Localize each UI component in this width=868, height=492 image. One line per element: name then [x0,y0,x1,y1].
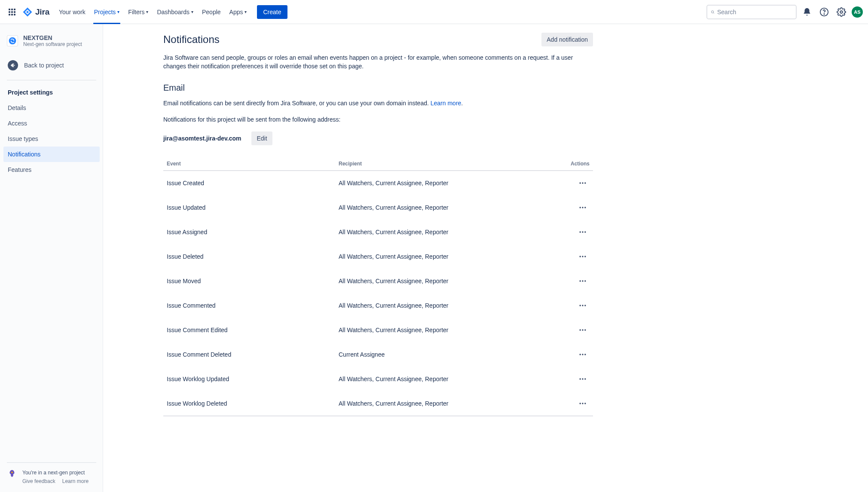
cell-actions [541,171,593,196]
svg-point-25 [582,305,583,306]
svg-point-31 [582,354,583,355]
bell-icon [802,7,812,17]
row-actions-button[interactable] [576,372,590,386]
project-header: NEXTGEN Next-gen software project [3,33,100,56]
sidebar-item-access[interactable]: Access [3,116,100,131]
cell-recipient: All Watchers, Current Assignee, Reporter [335,293,541,318]
nav-item-label: Projects [94,9,116,15]
search-input[interactable] [717,9,792,15]
back-arrow-icon [8,60,18,70]
svg-point-30 [580,354,581,355]
cell-event: Issue Assigned [163,220,335,244]
cell-recipient: All Watchers, Current Assignee, Reporter [335,244,541,269]
nav-item-people[interactable]: People [198,0,225,24]
settings-button[interactable] [834,5,848,19]
sidebar: NEXTGEN Next-gen software project Back t… [0,24,103,492]
footer-message: You're in a next-gen project [22,469,89,477]
search-icon [711,9,715,15]
cell-actions [541,367,593,391]
row-actions-button[interactable] [576,397,590,410]
cell-actions [541,391,593,416]
more-icon [578,228,587,236]
svg-point-13 [582,207,583,208]
svg-point-37 [582,403,583,404]
svg-point-26 [584,305,586,306]
row-actions-button[interactable] [576,348,590,361]
row-actions-button[interactable] [576,274,590,288]
sidebar-resizer[interactable] [102,24,103,492]
notifications-button[interactable] [800,5,814,19]
add-notification-button[interactable]: Add notification [541,33,593,46]
sidebar-items: DetailsAccessIssue typesNotificationsFea… [3,100,100,177]
row-actions-button[interactable] [576,250,590,263]
search-box[interactable] [706,5,797,19]
edit-email-button[interactable]: Edit [251,131,272,145]
nav-item-projects[interactable]: Projects▾ [90,0,124,24]
cell-actions [541,220,593,244]
table-row: Issue MovedAll Watchers, Current Assigne… [163,269,593,293]
help-button[interactable] [817,5,831,19]
user-avatar[interactable]: AS [852,6,863,18]
svg-point-3 [824,13,824,14]
refresh-icon [8,37,17,45]
sidebar-item-details[interactable]: Details [3,100,100,116]
svg-point-16 [582,232,583,233]
chevron-down-icon: ▾ [245,9,247,14]
page-title: Notifications [163,34,220,46]
app-switcher-icon [9,9,15,15]
row-actions-button[interactable] [576,323,590,337]
email-heading: Email [163,83,593,93]
project-name: NEXTGEN [23,34,82,41]
svg-point-8 [11,472,13,474]
more-icon [578,277,587,285]
project-text: NEXTGEN Next-gen software project [23,34,82,47]
project-icon [7,35,18,46]
project-subtitle: Next-gen software project [23,41,82,47]
row-actions-button[interactable] [576,176,590,190]
row-actions-button[interactable] [576,225,590,239]
back-to-project-link[interactable]: Back to project [3,56,100,75]
cell-actions [541,293,593,318]
more-icon [578,375,587,383]
cell-event: Issue Worklog Deleted [163,391,335,416]
email-address: jira@asomtest.jira-dev.com [163,135,241,142]
svg-point-4 [840,11,843,13]
sidebar-item-issue-types[interactable]: Issue types [3,131,100,147]
sidebar-item-notifications[interactable]: Notifications [3,147,100,162]
create-button[interactable]: Create [257,5,287,19]
jira-logo-text: Jira [35,7,49,17]
table-row: Issue AssignedAll Watchers, Current Assi… [163,220,593,244]
table-row: Issue Comment EditedAll Watchers, Curren… [163,318,593,342]
nav-item-label: Filters [128,9,144,15]
row-actions-button[interactable] [576,299,590,312]
cell-event: Issue Updated [163,196,335,220]
nav-item-your-work[interactable]: Your work [55,0,90,24]
app-switcher-button[interactable] [5,5,19,19]
sidebar-item-features[interactable]: Features [3,162,100,177]
cell-event: Issue Comment Edited [163,318,335,342]
nav-item-dashboards[interactable]: Dashboards▾ [153,0,198,24]
email-desc-text: Email notifications can be sent directly… [163,100,431,107]
svg-point-22 [582,281,583,282]
jira-logo[interactable]: Jira [22,7,49,17]
cell-recipient: All Watchers, Current Assignee, Reporter [335,196,541,220]
nav-item-apps[interactable]: Apps▾ [225,0,251,24]
rocket-icon [7,469,17,479]
svg-point-23 [584,281,586,282]
row-actions-button[interactable] [576,201,590,214]
th-event: Event [163,157,335,171]
learn-more-link[interactable]: Learn more [62,477,89,485]
chevron-down-icon: ▾ [146,9,148,14]
table-row: Issue CreatedAll Watchers, Current Assig… [163,171,593,196]
nav-item-filters[interactable]: Filters▾ [124,0,153,24]
more-icon [578,179,587,187]
svg-point-11 [584,183,586,184]
cell-recipient: All Watchers, Current Assignee, Reporter [335,367,541,391]
more-icon [578,350,587,359]
give-feedback-link[interactable]: Give feedback [22,477,55,485]
help-icon [819,7,829,17]
cell-actions [541,318,593,342]
svg-point-21 [580,281,581,282]
email-learn-more-link[interactable]: Learn more [431,100,462,107]
svg-point-9 [580,183,581,184]
